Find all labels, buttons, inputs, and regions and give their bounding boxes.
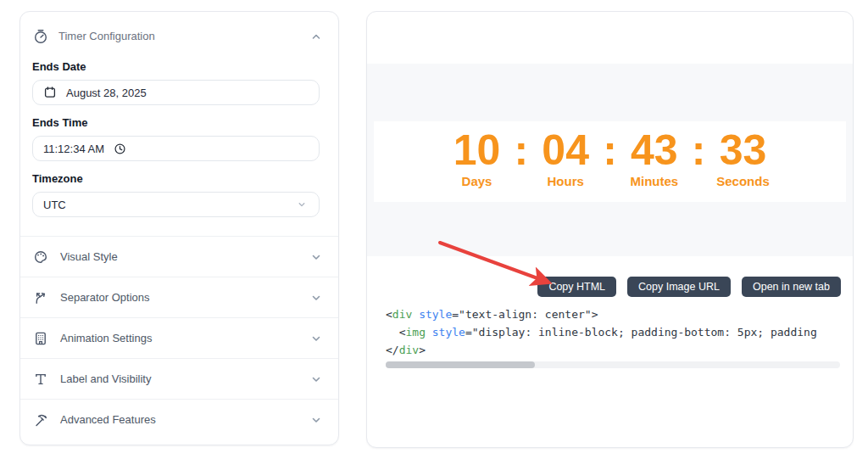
code-line: </div> (386, 341, 842, 359)
timer-settings-panel: Timer Configuration Ends Date August 28,… (19, 11, 339, 445)
code-line: <img style="display: inline-block; paddi… (386, 323, 842, 341)
chevron-down-icon (308, 249, 325, 266)
stopwatch-icon (32, 28, 49, 45)
timer-preview-panel: 10 Days : 04 Hours : 43 Minutes : 33 Sec… (366, 11, 854, 448)
chevron-down-icon (308, 330, 325, 347)
clock-icon (114, 143, 126, 155)
timezone-label: Timezone (32, 172, 320, 185)
timer-configuration-fields: Ends Date August 28, 2025 Ends Time 11:1… (20, 60, 338, 217)
building-icon (32, 330, 49, 347)
section-title: Timer Configuration (58, 30, 155, 42)
copy-image-url-button[interactable]: Copy Image URL (627, 277, 731, 297)
sidebar-item-label: Animation Settings (60, 332, 152, 344)
palette-icon (32, 249, 49, 266)
ends-date-field: Ends Date August 28, 2025 (32, 60, 320, 105)
chevron-down-icon (308, 411, 325, 428)
timer-unit-seconds: 33 Seconds (712, 127, 773, 188)
code-line: <div style="text-align: center"> (386, 305, 842, 323)
sidebar-item-animation-settings[interactable]: Animation Settings (20, 317, 338, 358)
pickaxe-icon (32, 411, 49, 428)
timezone-value: UTC (43, 199, 66, 211)
chevron-down-icon (295, 198, 309, 211)
calendar-icon (43, 86, 57, 99)
timezone-field: Timezone UTC (32, 172, 320, 217)
ends-time-field: Ends Time 11:12:34 AM (32, 116, 320, 161)
code-horizontal-scrollbar[interactable] (386, 361, 840, 368)
seconds-value: 33 (720, 127, 767, 173)
chevron-up-icon[interactable] (308, 28, 325, 45)
open-in-new-tab-button[interactable]: Open in new tab (742, 277, 841, 297)
minutes-value: 43 (631, 127, 678, 173)
hours-value: 04 (542, 127, 589, 173)
timer-unit-hours: 04 Hours (535, 127, 596, 188)
sidebar-item-label: Advanced Features (60, 413, 156, 426)
ends-time-input[interactable]: 11:12:34 AM (32, 136, 320, 161)
ends-date-value: August 28, 2025 (66, 87, 147, 99)
hours-label: Hours (548, 174, 584, 188)
sidebar-item-advanced-features[interactable]: Advanced Features (20, 399, 338, 439)
chevron-down-icon (308, 289, 325, 306)
embed-code-snippet: <div style="text-align: center"> <img st… (386, 305, 842, 359)
minutes-label: Minutes (630, 174, 678, 188)
days-label: Days (462, 174, 492, 188)
export-buttons: Copy HTML Copy Image URL Open in new tab (537, 277, 841, 297)
text-t-icon (32, 371, 49, 388)
section-header-timer-configuration[interactable]: Timer Configuration (20, 12, 338, 49)
timer-separator: : (596, 127, 624, 173)
collapsed-sections-list: Visual Style Separator Options (20, 236, 338, 439)
ends-time-value: 11:12:34 AM (43, 143, 104, 155)
countdown-preview: 10 Days : 04 Hours : 43 Minutes : 33 Sec… (374, 121, 846, 202)
countdown-timer: 10 Days : 04 Hours : 43 Minutes : 33 Sec… (374, 121, 846, 188)
sidebar-item-label-and-visibility[interactable]: Label and Visibility (20, 358, 338, 399)
ends-date-label: Ends Date (32, 60, 320, 73)
timer-unit-minutes: 43 Minutes (624, 127, 685, 188)
copy-html-button[interactable]: Copy HTML (537, 277, 616, 297)
sidebar-item-label: Separator Options (60, 291, 150, 304)
sidebar-item-visual-style[interactable]: Visual Style (20, 236, 338, 277)
days-value: 10 (453, 127, 501, 173)
ends-date-input[interactable]: August 28, 2025 (32, 80, 320, 105)
seconds-label: Seconds (716, 174, 770, 188)
scrollbar-thumb[interactable] (386, 361, 535, 368)
sidebar-item-label: Label and Visibility (60, 372, 151, 385)
timer-unit-days: 10 Days (447, 127, 508, 188)
sidebar-item-label: Visual Style (60, 250, 118, 263)
timer-separator: : (685, 127, 713, 173)
split-arrows-icon (32, 289, 49, 306)
timezone-select[interactable]: UTC (32, 192, 320, 217)
ends-time-label: Ends Time (32, 116, 320, 129)
sidebar-item-separator-options[interactable]: Separator Options (20, 277, 338, 317)
chevron-down-icon (308, 371, 325, 388)
timer-separator: : (508, 127, 536, 173)
